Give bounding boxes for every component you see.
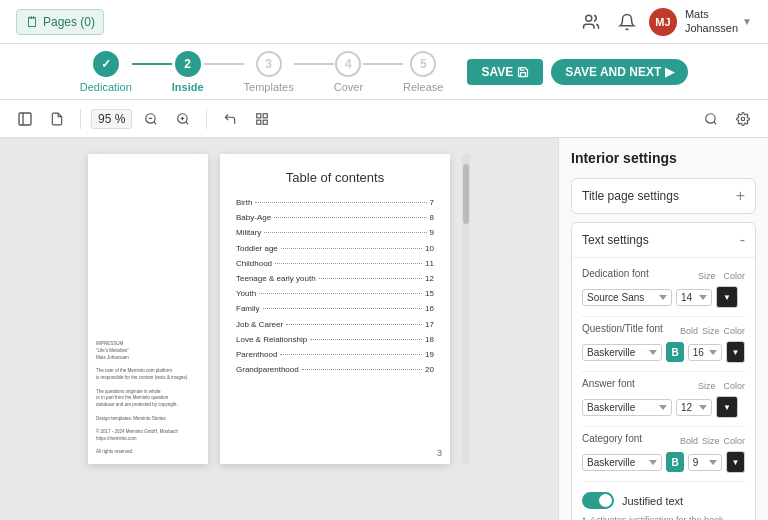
question-size-select[interactable]: 16	[688, 344, 722, 361]
wizard-step-dedication[interactable]: ✓ Dedication	[80, 51, 132, 93]
text-settings-toggle[interactable]: -	[740, 231, 745, 249]
answer-color-col: Color	[723, 381, 745, 391]
question-font-label: Question/Title font	[582, 323, 663, 334]
question-color-swatch[interactable]: ▼	[726, 341, 745, 363]
wizard-actions: SAVE SAVE AND NEXT ▶	[467, 59, 688, 85]
step-circle-2: 2	[175, 51, 201, 77]
chevron-down-icon: ▼	[742, 16, 752, 27]
text-settings-section: Text settings - Dedication font Size Col…	[571, 222, 756, 520]
top-bar: 🗒 Pages (0) MJ Mats Johanssen ▼	[0, 0, 768, 44]
wizard-step-cover[interactable]: 4 Cover	[334, 51, 363, 93]
justified-text-toggle[interactable]	[582, 492, 614, 509]
users-icon	[582, 13, 600, 31]
answer-color-swatch[interactable]: ▼	[716, 396, 738, 418]
step-circle-4: 4	[335, 51, 361, 77]
svg-point-16	[741, 117, 745, 121]
settings-button[interactable]	[730, 106, 756, 132]
wizard-step-templates[interactable]: 3 Templates	[244, 51, 294, 93]
svg-rect-1	[19, 113, 31, 125]
wizard-steps: ✓ Dedication 2 Inside 3 Templates 4 Cove…	[80, 51, 444, 93]
arrow-right-icon: ▶	[665, 65, 674, 79]
zoom-out-icon	[144, 112, 158, 126]
category-size-select[interactable]: 9	[688, 454, 722, 471]
dedication-font-label: Dedication font	[582, 268, 649, 279]
file-icon	[50, 112, 64, 126]
sidebar-toggle-button[interactable]	[12, 106, 38, 132]
page-area: IMPRESSUM "Life's Melodies" Mats Johanss…	[0, 138, 558, 520]
sidebar-icon	[17, 111, 33, 127]
undo-button[interactable]	[217, 106, 243, 132]
zoom-in-icon	[176, 112, 190, 126]
answer-size-col: Size	[698, 381, 716, 391]
wizard-step-release[interactable]: 5 Release	[403, 51, 443, 93]
svg-point-14	[706, 113, 715, 122]
toc-entry: Teenage & early youth12	[236, 273, 434, 284]
right-panel: Interior settings Title page settings + …	[558, 138, 768, 520]
users-icon-button[interactable]	[577, 8, 605, 36]
dedication-size-select[interactable]: 14	[676, 289, 712, 306]
step-connector-1	[132, 63, 172, 65]
toolbar-right	[698, 106, 756, 132]
toc-entries: Birth7Baby-Age8Military9Toddler age10Chi…	[236, 197, 434, 375]
title-page-header[interactable]: Title page settings +	[572, 179, 755, 213]
category-font-select[interactable]: Baskerville	[582, 454, 662, 471]
wizard-step-inside[interactable]: 2 Inside	[172, 51, 204, 93]
step-connector-3	[294, 63, 334, 65]
page-right: Table of contents Birth7Baby-Age8Militar…	[220, 154, 450, 464]
step-circle-1: ✓	[93, 51, 119, 77]
imprint-text: IMPRESSUM "Life's Melodies" Mats Johanss…	[96, 341, 200, 456]
scroll-track[interactable]	[462, 154, 470, 464]
save-button[interactable]: SAVE	[467, 59, 543, 85]
category-color-swatch[interactable]: ▼	[726, 451, 745, 473]
category-bold-button[interactable]: B	[666, 452, 683, 472]
wizard-bar: ✓ Dedication 2 Inside 3 Templates 4 Cove…	[0, 44, 768, 100]
pages-button[interactable]: 🗒 Pages (0)	[16, 9, 104, 35]
step-circle-3: 3	[256, 51, 282, 77]
main-content: IMPRESSUM "Life's Melodies" Mats Johanss…	[0, 138, 768, 520]
bell-icon-button[interactable]	[613, 8, 641, 36]
pages-icon: 🗒	[25, 14, 39, 30]
search-icon	[704, 112, 718, 126]
page-number: 3	[437, 448, 442, 458]
zoom-value[interactable]: 95 %	[91, 109, 132, 129]
svg-rect-13	[257, 120, 261, 124]
dedication-color-swatch[interactable]: ▼	[716, 286, 738, 308]
user-name: Mats Johanssen	[685, 8, 738, 34]
zoom-out-button[interactable]	[138, 106, 164, 132]
question-color-col: Color	[723, 326, 745, 336]
save-and-next-button[interactable]: SAVE AND NEXT ▶	[551, 59, 688, 85]
dedication-color-col: Color	[723, 271, 745, 281]
svg-line-4	[154, 121, 157, 124]
text-settings-header[interactable]: Text settings -	[572, 223, 755, 258]
question-font-select[interactable]: Baskerville	[582, 344, 662, 361]
dedication-font-select[interactable]: Source Sans	[582, 289, 672, 306]
toc-entry: Grandparenthood20	[236, 364, 434, 375]
scroll-thumb[interactable]	[463, 164, 469, 224]
answer-font-select[interactable]: Baskerville	[582, 399, 672, 416]
title-page-toggle[interactable]: +	[736, 187, 745, 205]
dedication-size-col: Size	[698, 271, 716, 281]
step-label-4: Cover	[334, 81, 363, 93]
question-bold-button[interactable]: B	[666, 342, 683, 362]
question-size-col: Size	[702, 326, 720, 336]
undo-icon	[223, 112, 237, 126]
zoom-in-button[interactable]	[170, 106, 196, 132]
answer-size-select[interactable]: 12	[676, 399, 712, 416]
toc-entry: Youth15	[236, 288, 434, 299]
question-font-row: Question/Title font Bold Size Color Bask…	[582, 323, 745, 363]
step-label-5: Release	[403, 81, 443, 93]
page-left: IMPRESSUM "Life's Melodies" Mats Johanss…	[88, 154, 208, 464]
user-info[interactable]: Mats Johanssen ▼	[685, 8, 752, 36]
toc-entry: Baby-Age8	[236, 212, 434, 223]
toolbar-separator-1	[80, 109, 81, 129]
title-page-label: Title page settings	[582, 189, 679, 203]
grid-button[interactable]	[249, 106, 275, 132]
toc-entry: Job & Career17	[236, 319, 434, 330]
toolbar-separator-2	[206, 109, 207, 129]
file-icon-button[interactable]	[44, 106, 70, 132]
svg-rect-10	[257, 113, 261, 117]
step-connector-4	[363, 63, 403, 65]
info-icon-1: ℹ	[582, 516, 586, 520]
search-button[interactable]	[698, 106, 724, 132]
avatar: MJ	[649, 8, 677, 36]
